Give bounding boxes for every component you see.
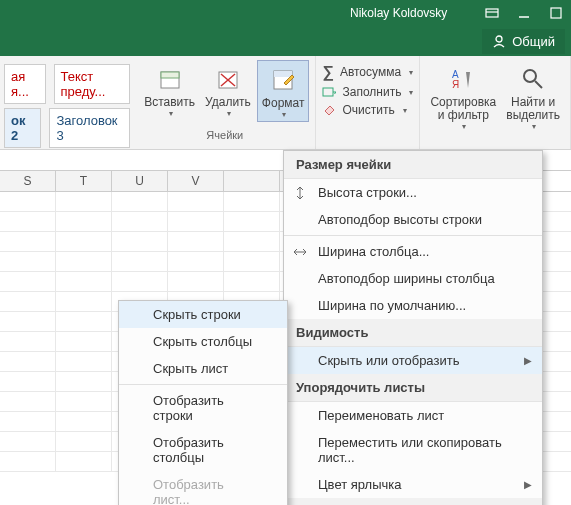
delete-button[interactable]: Удалить▾	[201, 60, 255, 122]
find-select-button[interactable]: Найти ивыделить▾	[502, 60, 564, 133]
col-hdr[interactable]	[224, 171, 280, 191]
submenu-arrow-icon: ▶	[524, 479, 532, 490]
user-name: Nikolay Koldovsky	[350, 6, 447, 20]
format-menu: Размер ячейки Высота строки... Автоподбо…	[283, 150, 543, 505]
menu-autofit-col[interactable]: Автоподбор ширины столбца	[284, 265, 542, 292]
title-bar: Nikolay Koldovsky	[0, 0, 571, 26]
menu-hide-unhide[interactable]: Скрыть или отобразить ▶	[284, 347, 542, 374]
cells-group-label: Ячейки	[206, 129, 243, 145]
submenu-hide-rows[interactable]: Скрыть строки	[119, 301, 287, 328]
col-hdr[interactable]: T	[56, 171, 112, 191]
format-icon	[270, 67, 296, 93]
menu-default-width[interactable]: Ширина по умолчанию...	[284, 292, 542, 319]
submenu-show-sheet: Отобразить лист...	[119, 471, 287, 505]
menu-header-arrange: Упорядочить листы	[284, 374, 542, 402]
share-icon	[492, 34, 506, 48]
sort-filter-button[interactable]: AЯ Сортировкаи фильтр▾	[426, 60, 500, 133]
hide-unhide-submenu: Скрыть строки Скрыть столбцы Скрыть лист…	[118, 300, 288, 505]
find-icon	[520, 66, 546, 92]
svg-marker-13	[325, 106, 334, 115]
col-hdr[interactable]: V	[168, 171, 224, 191]
menu-autofit-row[interactable]: Автоподбор высоты строки	[284, 206, 542, 233]
clear-icon	[322, 103, 336, 117]
share-label: Общий	[512, 34, 555, 49]
share-bar: Общий	[0, 26, 571, 56]
style-heading3[interactable]: Заголовок 3	[49, 108, 130, 148]
menu-move-sheet[interactable]: Переместить или скопировать лист...	[284, 429, 542, 471]
svg-text:Я: Я	[452, 79, 459, 90]
styles-gallery[interactable]: ая я... Текст преду... ок 2 Заголовок 3	[0, 56, 134, 149]
sigma-icon: ∑	[322, 63, 333, 81]
fill-button[interactable]: Заполнить▾	[320, 84, 415, 100]
ribbon: ая я... Текст преду... ок 2 Заголовок 3 …	[0, 56, 571, 150]
clear-button[interactable]: Очистить▾	[320, 102, 415, 118]
svg-rect-0	[486, 9, 498, 17]
col-hdr[interactable]: U	[112, 171, 168, 191]
submenu-arrow-icon: ▶	[524, 355, 532, 366]
sort-icon: AЯ	[450, 66, 476, 92]
fill-icon	[322, 85, 336, 99]
sort-find-group: AЯ Сортировкаи фильтр▾ Найти ивыделить▾	[419, 56, 571, 149]
style-heading2[interactable]: ок 2	[4, 108, 41, 148]
svg-marker-16	[466, 72, 470, 88]
svg-rect-5	[161, 72, 179, 78]
menu-header-visibility: Видимость	[284, 319, 542, 347]
menu-header-protect: Защита	[284, 498, 542, 505]
submenu-hide-cols[interactable]: Скрыть столбцы	[119, 328, 287, 355]
style-warning-a[interactable]: ая я...	[4, 64, 46, 104]
svg-point-17	[524, 70, 536, 82]
format-button[interactable]: Формат▾	[257, 60, 310, 122]
svg-rect-12	[323, 88, 333, 96]
delete-icon	[215, 66, 241, 92]
svg-line-18	[535, 81, 542, 88]
insert-icon	[157, 66, 183, 92]
submenu-hide-sheet[interactable]: Скрыть лист	[119, 355, 287, 382]
svg-point-3	[496, 36, 502, 42]
editing-col: ∑ Автосумма▾ Заполнить▾ Очистить▾	[316, 56, 419, 149]
style-warning-text[interactable]: Текст преду...	[54, 64, 131, 104]
menu-tab-color[interactable]: Цвет ярлычка ▶	[284, 471, 542, 498]
insert-button[interactable]: Вставить▾	[140, 60, 199, 122]
minimize-icon[interactable]	[517, 6, 531, 20]
autosum-button[interactable]: ∑ Автосумма▾	[320, 62, 415, 82]
menu-col-width[interactable]: Ширина столбца...	[284, 238, 542, 265]
submenu-show-rows[interactable]: Отобразить строки	[119, 387, 287, 429]
menu-row-height[interactable]: Высота строки...	[284, 179, 542, 206]
svg-rect-10	[274, 71, 292, 77]
ribbon-options-icon[interactable]	[485, 6, 499, 20]
row-height-icon	[292, 185, 308, 201]
col-width-icon	[292, 244, 308, 260]
menu-header-cellsize: Размер ячейки	[284, 151, 542, 179]
svg-rect-2	[551, 8, 561, 18]
cells-group: Вставить▾ Удалить▾ Формат▾ Ячейки	[134, 56, 316, 149]
submenu-show-cols[interactable]: Отобразить столбцы	[119, 429, 287, 471]
col-hdr[interactable]: S	[0, 171, 56, 191]
maximize-icon[interactable]	[549, 6, 563, 20]
share-button[interactable]: Общий	[482, 29, 565, 54]
menu-rename-sheet[interactable]: Переименовать лист	[284, 402, 542, 429]
